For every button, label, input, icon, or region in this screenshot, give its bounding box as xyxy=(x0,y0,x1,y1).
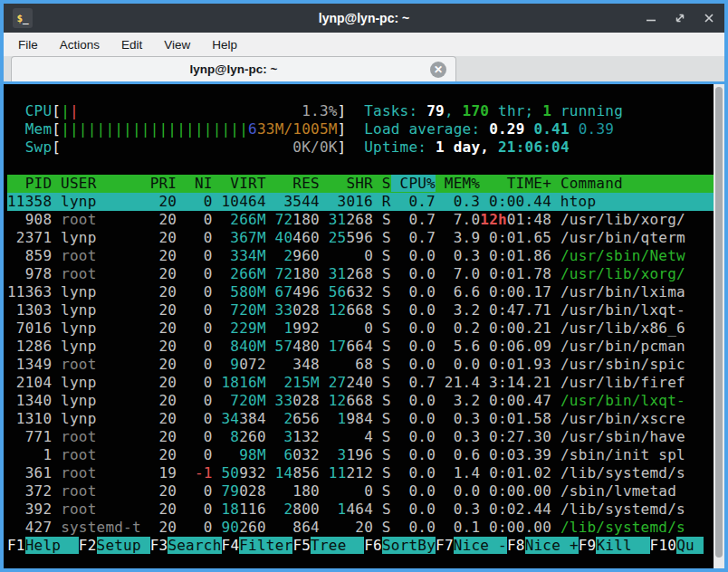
mem-meter-line: Mem[|||||||||||||||||||||633M/1005M] Loa… xyxy=(7,120,714,138)
close-button[interactable] xyxy=(703,12,715,24)
menu-bar: File Actions Edit View Help xyxy=(4,33,724,56)
process-row-11358[interactable]: 11358 lynp 20 0 10464 3544 3016 R 0.7 0.… xyxy=(7,193,714,211)
process-row-1303[interactable]: 1303 lynp 20 0 720M 33028 12668 S 0.0 3.… xyxy=(7,301,714,319)
terminal-window: $_ lynp@lyn-pc: ~ File Actions Edit View… xyxy=(0,0,728,572)
close-icon xyxy=(704,13,714,24)
tab-title: lynp@lyn-pc: ~ xyxy=(190,62,278,76)
blank-line xyxy=(7,157,714,175)
fnkey-f7[interactable]: F7Nice - xyxy=(436,537,507,554)
scrollbar-thumb[interactable] xyxy=(715,87,723,558)
process-row-1286[interactable]: 1286 lynp 20 0 840M 57480 17664 S 0.0 5.… xyxy=(7,338,714,356)
tab-bar: lynp@lyn-pc: ~ ✕ xyxy=(4,56,724,81)
process-row-11363[interactable]: 11363 lynp 20 0 580M 67496 56632 S 0.0 6… xyxy=(7,283,714,301)
menu-help[interactable]: Help xyxy=(201,38,248,52)
htop-screen: CPU[|| 1.3%] Tasks: 79, 170 thr; 1 runni… xyxy=(7,84,714,555)
tab-close-button[interactable]: ✕ xyxy=(430,62,446,78)
fnkey-f5[interactable]: F5Tree xyxy=(292,537,364,554)
fnkey-f3[interactable]: F3Search xyxy=(150,537,222,554)
fnkey-f4[interactable]: F4Filter xyxy=(222,537,293,554)
fnkey-f8[interactable]: F8Nice + xyxy=(507,537,579,554)
scrollbar[interactable] xyxy=(714,84,724,568)
menu-view[interactable]: View xyxy=(153,38,201,52)
window-controls xyxy=(645,12,715,24)
maximize-icon xyxy=(675,13,685,24)
blank-line xyxy=(7,84,714,102)
swp-meter-line: Swp[ 0K/0K] Uptime: 1 day, 21:06:04 xyxy=(7,138,714,157)
process-row-1340[interactable]: 1340 lynp 20 0 720M 33028 12668 S 0.0 3.… xyxy=(7,392,714,410)
cpu-meter-line: CPU[|| 1.3%] Tasks: 79, 170 thr; 1 runni… xyxy=(7,102,714,120)
minimize-icon xyxy=(646,13,656,24)
process-row-978[interactable]: 978 root 20 0 266M 72180 31268 S 0.0 7.0… xyxy=(7,265,714,283)
titlebar: $_ lynp@lyn-pc: ~ xyxy=(4,4,724,33)
menu-file[interactable]: File xyxy=(7,38,49,52)
process-row-361[interactable]: 361 root 19 -1 50932 14856 11212 S 0.0 1… xyxy=(7,464,714,482)
process-row-392[interactable]: 392 root 20 0 18116 2800 1464 S 0.0 0.3 … xyxy=(7,500,714,519)
process-row-1[interactable]: 1 root 20 0 98M 6032 3196 S 0.0 0.6 0:03… xyxy=(7,446,714,464)
tab-active[interactable]: lynp@lyn-pc: ~ ✕ xyxy=(11,56,456,81)
fnkey-f6[interactable]: F6SortBy xyxy=(364,537,436,554)
maximize-button[interactable] xyxy=(674,12,686,24)
function-key-bar: F1Help F2Setup F3SearchF4FilterF5Tree F6… xyxy=(7,537,714,555)
fnkey-f10[interactable]: F10Qu xyxy=(650,537,704,554)
process-row-427[interactable]: 427 systemd-t 20 0 90260 864 20 S 0.0 0.… xyxy=(7,519,714,537)
process-table-header[interactable]: PID USER PRI NI VIRT RES SHR S CPU% MEM%… xyxy=(7,175,714,193)
fnkey-f1[interactable]: F1Help xyxy=(7,537,79,554)
process-row-2371[interactable]: 2371 lynp 20 0 367M 40460 25596 S 0.7 3.… xyxy=(7,229,714,247)
process-row-859[interactable]: 859 root 20 0 334M 2960 0 S 0.0 0.3 0:01… xyxy=(7,247,714,265)
menu-edit[interactable]: Edit xyxy=(110,38,153,52)
process-row-2104[interactable]: 2104 lynp 20 0 1816M 215M 27240 S 0.7 21… xyxy=(7,374,714,392)
terminal-icon: $_ xyxy=(13,8,33,28)
minimize-button[interactable] xyxy=(645,12,657,24)
process-row-7016[interactable]: 7016 lynp 20 0 229M 1992 0 S 0.0 0.2 0:0… xyxy=(7,319,714,338)
process-row-372[interactable]: 372 root 20 0 79028 180 0 S 0.0 0.0 0:00… xyxy=(7,482,714,500)
window-title: lynp@lyn-pc: ~ xyxy=(4,11,724,25)
process-row-908[interactable]: 908 root 20 0 266M 72180 31268 S 0.7 7.0… xyxy=(7,211,714,229)
menu-actions[interactable]: Actions xyxy=(49,38,110,52)
terminal-viewport[interactable]: CPU[|| 1.3%] Tasks: 79, 170 thr; 1 runni… xyxy=(4,84,724,568)
fnkey-f9[interactable]: F9Kill xyxy=(579,537,650,554)
process-row-1349[interactable]: 1349 root 20 0 9072 348 68 S 0.0 0.0 0:0… xyxy=(7,356,714,374)
process-row-1310[interactable]: 1310 lynp 20 0 34384 2656 1984 S 0.0 0.3… xyxy=(7,410,714,428)
fnkey-f2[interactable]: F2Setup xyxy=(79,537,150,554)
process-row-771[interactable]: 771 root 20 0 8260 3132 4 S 0.0 0.3 0:27… xyxy=(7,428,714,446)
